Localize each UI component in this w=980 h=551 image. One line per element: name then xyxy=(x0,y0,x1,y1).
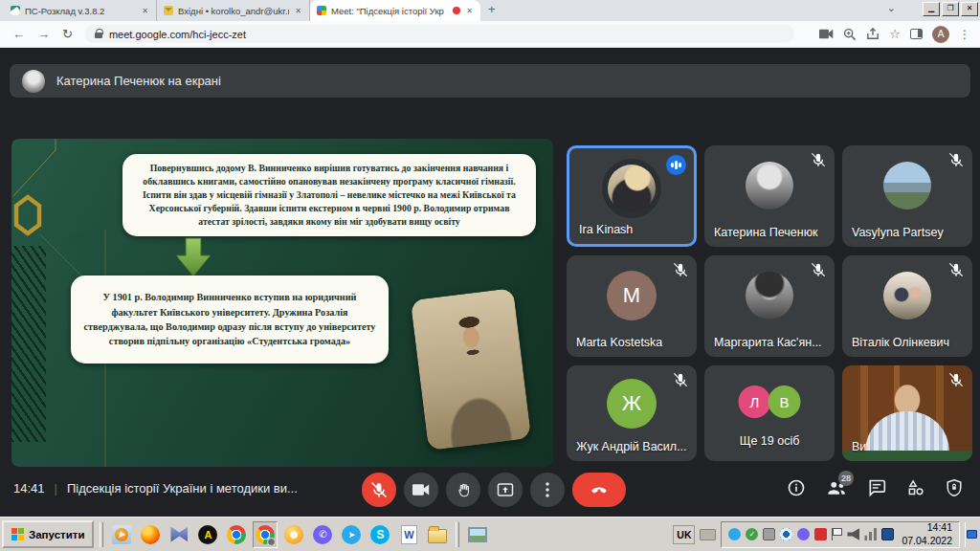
tray-icons: ✓ 14:41 07.04.2022 xyxy=(721,521,960,548)
media-player-classic-icon[interactable] xyxy=(167,521,191,548)
share-icon[interactable] xyxy=(866,28,880,40)
footer-meeting-info: 14:41 | Підсекція історії України і мето… xyxy=(13,481,298,496)
address-bar[interactable]: meet.google.com/hci-jecc-zet xyxy=(84,25,794,43)
mic-toggle-button[interactable] xyxy=(362,473,396,507)
tray-viber-icon[interactable] xyxy=(797,528,810,540)
tab-strip: ПС-Розклад v.3.8.2 ✕ Вхідні • korolko_an… xyxy=(0,0,980,21)
self-view-tile[interactable]: Ви xyxy=(842,365,972,461)
meeting-title: Підсекція історії України і методики ви.… xyxy=(67,481,298,496)
profile-avatar[interactable]: A xyxy=(932,26,949,43)
participant-tile[interactable]: M Marta Kostetska xyxy=(567,255,697,357)
zoom-icon[interactable] xyxy=(843,28,857,41)
tray-clipboard-icon[interactable] xyxy=(763,528,775,540)
slide-text-box-2: У 1901 р. Володимир Винниченко вступив н… xyxy=(71,276,389,364)
chrome-active-icon[interactable] xyxy=(253,521,278,548)
overflow-count-label: Ще 19 осіб xyxy=(740,434,800,448)
letter-avatar: Л xyxy=(739,386,771,418)
skype-icon[interactable]: S xyxy=(368,521,392,548)
tray-flag-icon[interactable] xyxy=(832,528,842,540)
avatar xyxy=(602,159,661,218)
present-screen-button[interactable] xyxy=(488,473,523,507)
toolbar-actions: ☆ A ⋮ xyxy=(819,26,980,43)
file-manager-icon[interactable] xyxy=(425,521,450,548)
tab-title: Вхідні • korolko_andr@ukr.net xyxy=(178,6,289,16)
tab-meet-active[interactable]: Meet: "Підсекція історії Укр ✕ xyxy=(310,0,480,21)
activities-button[interactable] xyxy=(906,478,925,497)
image-viewer-icon[interactable] xyxy=(465,521,490,548)
mic-off-icon xyxy=(673,262,688,277)
minimize-button[interactable]: ▁ xyxy=(923,2,940,16)
taskbar-clock[interactable]: 14:41 07.04.2022 xyxy=(902,521,952,547)
participant-tile[interactable]: Ж Жук Андрій Васил... xyxy=(567,365,697,461)
participant-tile[interactable]: Віталік Олінкевич xyxy=(842,255,972,357)
participant-tile[interactable]: Маргарита Кас'ян... xyxy=(704,255,835,357)
host-controls-button[interactable] xyxy=(946,478,963,497)
tab-title: Meet: "Підсекція історії Укр xyxy=(331,6,448,16)
url-text[interactable]: meet.google.com/hci-jecc-zet xyxy=(109,29,246,40)
chat-button[interactable] xyxy=(867,478,886,497)
browser-menu-icon[interactable]: ⋮ xyxy=(959,28,970,41)
tab-ps-rozklad[interactable]: ПС-Розклад v.3.8.2 ✕ xyxy=(4,0,157,21)
viber-icon[interactable]: ✆ xyxy=(310,521,335,548)
tray-antivirus-icon[interactable]: ✓ xyxy=(746,528,758,540)
side-panel-icon[interactable] xyxy=(910,29,923,39)
tab-search-chevron-icon[interactable]: ⌄ xyxy=(887,2,896,14)
volume-icon[interactable] xyxy=(847,528,859,540)
start-button[interactable]: Запустити xyxy=(2,520,94,548)
participants-button[interactable]: 28 xyxy=(826,479,847,496)
close-button[interactable]: ✕ xyxy=(961,2,978,16)
slide-text-box-1: Повернувшись додому В. Винниченко виріши… xyxy=(122,154,536,236)
language-indicator[interactable]: UK xyxy=(673,525,695,544)
ps-rozklad-favicon-icon xyxy=(11,6,20,15)
tray-telegram-icon[interactable] xyxy=(728,528,741,540)
telegram-icon[interactable]: ➤ xyxy=(339,521,364,548)
overflow-participants-tile[interactable]: Л В Ще 19 осіб xyxy=(704,365,835,461)
camera-in-use-icon[interactable] xyxy=(819,29,834,39)
tray-eye-icon[interactable] xyxy=(780,528,792,540)
meeting-details-button[interactable] xyxy=(787,478,806,497)
keyboard-icon[interactable] xyxy=(700,529,716,540)
browser-toolbar: ← → ↻ meet.google.com/hci-jecc-zet ☆ A ⋮ xyxy=(0,21,980,48)
word-icon[interactable]: W xyxy=(396,521,421,548)
participant-tile[interactable]: Vasylyna Partsey xyxy=(842,145,972,247)
aimp-icon[interactable]: A xyxy=(195,521,220,548)
shared-screen-slide: Повернувшись додому В. Винниченко виріши… xyxy=(11,139,553,467)
mail-favicon-icon xyxy=(164,6,173,15)
taskbar-separator xyxy=(456,522,459,547)
media-player-icon[interactable]: ▶ xyxy=(109,521,134,548)
bookmark-star-icon[interactable]: ☆ xyxy=(889,27,901,41)
reload-icon[interactable]: ↻ xyxy=(62,27,73,41)
show-desktop-button[interactable] xyxy=(965,522,978,547)
lock-icon xyxy=(95,33,102,38)
participant-tile[interactable]: Ira Kinash xyxy=(567,145,697,247)
tab-close-icon[interactable]: ✕ xyxy=(294,7,302,15)
new-tab-button[interactable]: + xyxy=(480,0,503,21)
speaking-indicator-icon xyxy=(666,155,686,175)
tab-mail[interactable]: Вхідні • korolko_andr@ukr.net ✕ xyxy=(157,0,310,21)
tab-close-icon[interactable]: ✕ xyxy=(465,7,474,15)
tab-close-icon[interactable]: ✕ xyxy=(141,7,149,15)
tray-red-app-icon[interactable] xyxy=(814,528,827,540)
end-call-button[interactable] xyxy=(572,473,626,507)
window-controls: ▁ ❐ ✕ xyxy=(923,2,978,16)
avatar xyxy=(883,162,931,209)
forward-icon[interactable]: → xyxy=(37,27,50,41)
maximize-button[interactable]: ❐ xyxy=(942,2,959,16)
firefox-icon[interactable] xyxy=(138,521,163,548)
more-options-button[interactable] xyxy=(530,473,565,507)
back-icon[interactable]: ← xyxy=(12,27,25,41)
meet-main: Катерина Печенюк на екрані Повернувшись … xyxy=(0,48,980,517)
chrome-icon[interactable] xyxy=(224,521,249,548)
network-signal-icon[interactable] xyxy=(864,528,877,540)
footer-panels: 28 xyxy=(787,478,963,497)
camera-toggle-button[interactable] xyxy=(404,473,438,507)
avatar xyxy=(746,162,793,209)
chrome-canary-icon[interactable] xyxy=(281,521,306,548)
mic-off-icon xyxy=(811,152,826,167)
display-icon[interactable] xyxy=(881,528,894,540)
participant-tile[interactable]: Катерина Печенюк xyxy=(704,145,835,247)
vynnychenko-portrait-photo xyxy=(411,288,531,451)
raise-hand-button[interactable] xyxy=(446,473,480,507)
meet-favicon-icon xyxy=(317,6,326,15)
presenting-banner: Катерина Печенюк на екрані xyxy=(10,64,970,98)
